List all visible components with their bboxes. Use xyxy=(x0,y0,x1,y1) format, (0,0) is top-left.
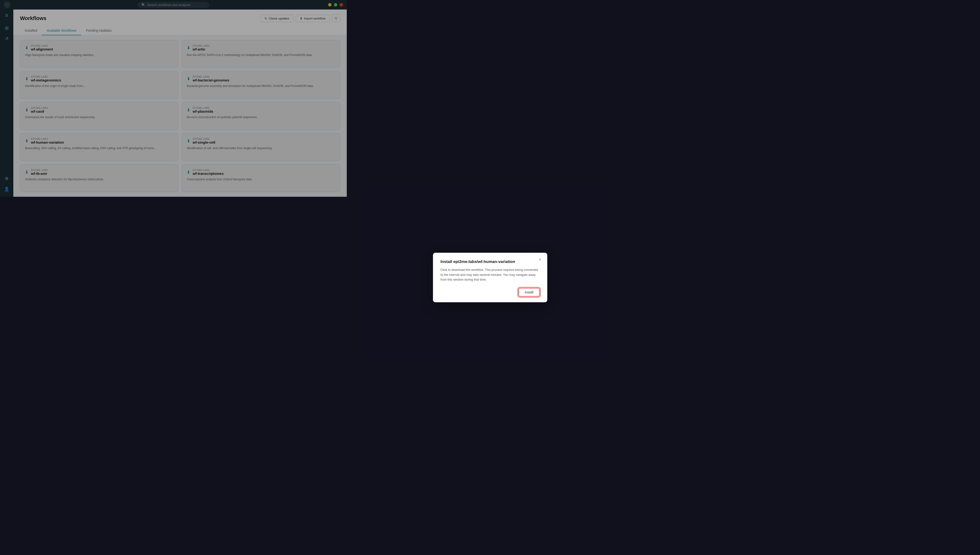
modal-overlay[interactable]: × Install epi2me-labs/wf-human-variation… xyxy=(0,0,347,197)
